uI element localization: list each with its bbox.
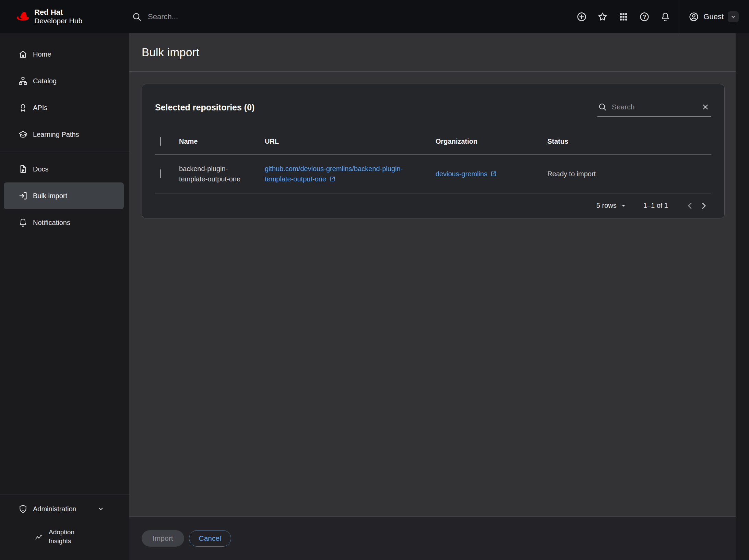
bell-icon: [18, 217, 28, 228]
document-icon: [18, 164, 28, 174]
search-icon: [132, 12, 142, 22]
help-icon: ?: [639, 11, 650, 22]
selected-repositories-panel: Selected repositories (0): [142, 84, 725, 218]
repo-status: Ready to import: [547, 154, 711, 193]
sidebar-item-catalog[interactable]: Catalog: [4, 68, 124, 94]
app-header: Red Hat Developer Hub: [0, 0, 749, 33]
caret-down-icon: [620, 202, 627, 209]
chevron-left-icon: [685, 201, 695, 211]
avatar-icon: [688, 11, 699, 22]
plus-circle-icon: [576, 11, 587, 22]
organization-link[interactable]: devious-gremlins: [436, 170, 487, 178]
app-launcher-button[interactable]: [615, 9, 632, 25]
next-page-button[interactable]: [697, 199, 711, 213]
search-icon: [598, 103, 607, 111]
brand-text: Red Hat Developer Hub: [34, 8, 82, 25]
sidebar-item-label: APIs: [33, 104, 47, 112]
rows-per-page-label: 5 rows: [596, 202, 617, 210]
sidebar-item-learning-paths[interactable]: Learning Paths: [4, 121, 124, 148]
help-button[interactable]: ?: [636, 9, 653, 25]
app-grid-icon: [618, 12, 629, 22]
repositories-table: Name URL Organization Status backend-plu…: [155, 126, 711, 193]
cancel-button[interactable]: Cancel: [189, 530, 231, 547]
panel-header: Selected repositories (0): [142, 84, 724, 124]
repo-organization-cell: devious-gremlins: [436, 154, 547, 193]
sidebar-item-label: Catalog: [33, 77, 57, 85]
clear-search-button[interactable]: [700, 101, 711, 113]
table-search: [597, 98, 711, 117]
sidebar-item-administration[interactable]: Administration: [4, 496, 124, 522]
sidebar-divider: [0, 495, 129, 495]
column-header-name: Name: [179, 126, 265, 155]
bell-icon: [660, 12, 670, 22]
sidebar: Home Catalog APIs Learning Paths: [0, 33, 129, 560]
close-icon: [701, 103, 710, 111]
chevron-down-icon: [730, 13, 737, 20]
page-header: Bulk import: [129, 33, 736, 72]
shield-icon: [18, 504, 28, 514]
page-title: Bulk import: [142, 46, 199, 59]
import-button[interactable]: Import: [142, 530, 184, 547]
user-menu[interactable]: Guest: [679, 0, 749, 33]
repo-name-cell: backend-plugin-template-output-one: [179, 154, 265, 193]
graduation-cap-icon: [18, 129, 28, 140]
external-link-icon: [490, 170, 497, 177]
insights-chart-icon: [34, 532, 43, 541]
notifications-button[interactable]: [657, 9, 674, 25]
header-actions: ?: [573, 9, 675, 25]
main-content: Bulk import Selected repositories (0): [129, 33, 736, 560]
chevron-down-icon: [96, 504, 106, 514]
sidebar-item-docs[interactable]: Docs: [4, 156, 124, 182]
repo-url-cell: github.com/devious-gremlins/backend-plug…: [265, 154, 436, 193]
import-arrow-icon: [18, 191, 28, 201]
brand-name: Red Hat: [34, 8, 82, 17]
row-checkbox[interactable]: [160, 169, 161, 178]
rows-per-page-select[interactable]: 5 rows: [595, 200, 628, 212]
sidebar-item-home[interactable]: Home: [4, 41, 124, 68]
table-header-row: Name URL Organization Status: [155, 126, 711, 155]
sidebar-item-label: Notifications: [33, 219, 70, 227]
sidebar-divider: [0, 152, 129, 152]
table-pagination: 5 rows 1–1 of 1: [142, 193, 724, 218]
panel-title: Selected repositories (0): [155, 103, 254, 112]
sidebar-item-label: Learning Paths: [33, 131, 79, 139]
sidebar-item-label: Bulk import: [33, 192, 67, 200]
create-button[interactable]: [573, 9, 590, 25]
action-bar: Import Cancel: [129, 516, 736, 560]
column-header-organization: Organization: [436, 126, 547, 155]
brand: Red Hat Developer Hub: [0, 0, 129, 33]
pagination-range: 1–1 of 1: [643, 202, 668, 210]
select-all-checkbox[interactable]: [160, 137, 161, 146]
column-header-status: Status: [547, 126, 711, 155]
sidebar-item-label: Home: [33, 50, 51, 58]
star-icon: [597, 11, 608, 22]
table-row: backend-plugin-template-output-one githu…: [155, 154, 711, 193]
sidebar-item-notifications[interactable]: Notifications: [4, 209, 124, 236]
repo-search-input[interactable]: [611, 103, 696, 111]
sidebar-item-adoption-insights[interactable]: Adoption Insights: [0, 522, 129, 551]
scrollbar-gutter: [736, 33, 749, 560]
redhat-logo-icon: [12, 10, 31, 23]
brand-subtitle: Developer Hub: [34, 17, 82, 25]
sidebar-bottom: Administration Adoption Insights: [0, 495, 129, 560]
column-header-url: URL: [265, 126, 436, 155]
user-name-label: Guest: [703, 12, 724, 21]
global-search: [129, 12, 573, 22]
sidebar-item-label: Administration: [33, 505, 76, 513]
sidebar-item-label: Adoption Insights: [49, 528, 82, 545]
sidebar-item-label: Docs: [33, 165, 49, 173]
global-search-input[interactable]: [147, 12, 394, 22]
sidebar-item-apis[interactable]: APIs: [4, 94, 124, 121]
previous-page-button[interactable]: [683, 199, 697, 213]
home-icon: [18, 49, 28, 59]
external-link-icon: [329, 176, 336, 182]
catalog-sitemap-icon: [18, 76, 28, 86]
svg-text:?: ?: [643, 13, 646, 20]
api-ribbon-icon: [18, 103, 28, 113]
user-menu-chevron[interactable]: [728, 11, 739, 22]
starred-items-button[interactable]: [594, 9, 611, 25]
sidebar-item-bulk-import[interactable]: Bulk import: [4, 182, 124, 209]
repo-name: backend-plugin-template-output-one: [179, 164, 246, 184]
chevron-right-icon: [699, 201, 709, 211]
